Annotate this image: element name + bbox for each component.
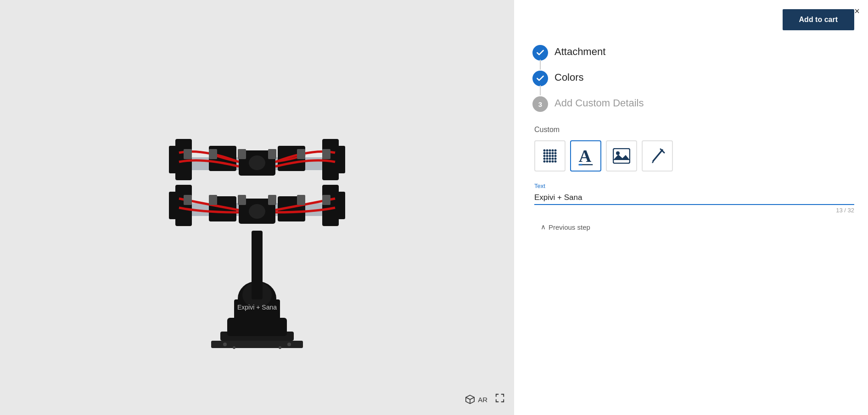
step-attachment[interactable]: Attachment xyxy=(532,44,854,70)
svg-rect-14 xyxy=(338,146,345,173)
svg-point-40 xyxy=(233,346,235,349)
config-panel: Add to cart Attachment Colors 3 xyxy=(514,0,868,415)
svg-line-72 xyxy=(653,150,662,161)
svg-rect-33 xyxy=(238,149,246,159)
svg-point-20 xyxy=(249,204,265,219)
svg-point-53 xyxy=(546,155,549,157)
svg-point-54 xyxy=(549,155,551,157)
step-number: 3 xyxy=(538,100,542,108)
image-panel: Expivi + Sana AR xyxy=(0,0,514,415)
svg-point-49 xyxy=(549,152,551,155)
svg-point-46 xyxy=(554,149,557,152)
text-tool-button[interactable]: A xyxy=(570,140,601,172)
svg-point-43 xyxy=(546,149,549,152)
svg-point-39 xyxy=(287,343,291,346)
svg-rect-16 xyxy=(338,192,345,219)
svg-point-65 xyxy=(552,160,554,163)
svg-rect-36 xyxy=(268,195,276,205)
svg-text:A: A xyxy=(579,146,592,166)
svg-point-41 xyxy=(279,346,281,349)
svg-point-66 xyxy=(554,160,557,163)
svg-point-18 xyxy=(249,155,265,170)
chevron-up-icon: ∧ xyxy=(541,223,546,231)
svg-point-47 xyxy=(543,152,546,155)
step-colors[interactable]: Colors xyxy=(532,70,854,95)
grid-tool-button[interactable] xyxy=(534,140,566,172)
add-to-cart-button[interactable]: Add to cart xyxy=(783,9,854,30)
step-custom-details-icon: 3 xyxy=(532,96,548,112)
svg-point-58 xyxy=(546,158,549,160)
robot-illustration: Expivi + Sana xyxy=(138,47,376,368)
svg-point-51 xyxy=(554,152,557,155)
svg-rect-34 xyxy=(268,149,276,159)
svg-rect-6 xyxy=(252,231,263,299)
svg-point-71 xyxy=(616,151,620,155)
svg-point-52 xyxy=(543,155,546,157)
svg-point-63 xyxy=(546,160,549,163)
ar-label: AR xyxy=(478,396,487,404)
svg-point-57 xyxy=(543,158,546,160)
text-input-label: Text xyxy=(534,183,854,189)
ar-cube-icon xyxy=(465,394,475,404)
image-controls: AR xyxy=(465,393,505,406)
svg-point-64 xyxy=(549,160,551,163)
step-attachment-icon xyxy=(532,45,548,61)
previous-step-label: Previous step xyxy=(549,223,590,231)
svg-rect-12 xyxy=(169,192,176,219)
svg-point-38 xyxy=(223,343,227,346)
text-input-section: Text 13 / 32 xyxy=(534,183,854,214)
ar-button[interactable]: AR xyxy=(465,394,487,404)
text-icon: A xyxy=(577,146,594,166)
char-count: 13 / 32 xyxy=(534,207,854,214)
text-input-field[interactable] xyxy=(534,191,854,205)
svg-rect-27 xyxy=(322,149,330,159)
svg-rect-29 xyxy=(209,149,217,159)
image-icon xyxy=(613,148,630,164)
svg-point-61 xyxy=(554,158,557,160)
svg-point-56 xyxy=(554,155,557,157)
svg-rect-35 xyxy=(238,195,246,205)
custom-section: Custom xyxy=(528,126,854,231)
robot-image-container: Expivi + Sana xyxy=(0,0,514,415)
svg-point-42 xyxy=(543,149,546,152)
svg-rect-10 xyxy=(169,146,176,173)
check-icon-colors xyxy=(536,74,545,83)
image-tool-button[interactable] xyxy=(606,140,637,172)
svg-point-62 xyxy=(543,160,546,163)
check-icon-attachment xyxy=(536,48,545,57)
svg-rect-15 xyxy=(322,185,339,226)
svg-point-60 xyxy=(552,158,554,160)
fullscreen-button[interactable] xyxy=(495,393,505,406)
grid-icon xyxy=(542,148,558,164)
step-custom-details[interactable]: 3 Add Custom Details xyxy=(532,95,854,121)
svg-rect-30 xyxy=(209,195,217,205)
step-colors-icon xyxy=(532,71,548,86)
svg-rect-11 xyxy=(175,185,192,226)
brush-tool-button[interactable] xyxy=(642,140,673,172)
svg-rect-70 xyxy=(613,149,630,163)
svg-point-45 xyxy=(552,149,554,152)
steps-container: Attachment Colors 3 Add Custom Details xyxy=(528,44,854,121)
step-attachment-label: Attachment xyxy=(554,44,605,58)
custom-tools: A xyxy=(534,140,854,172)
svg-point-44 xyxy=(549,149,551,152)
svg-point-48 xyxy=(546,152,549,155)
svg-point-55 xyxy=(552,155,554,157)
previous-step-button[interactable]: ∧ Previous step xyxy=(534,223,590,231)
svg-rect-25 xyxy=(184,149,192,159)
custom-section-label: Custom xyxy=(534,126,854,134)
svg-rect-26 xyxy=(184,195,192,205)
brush-icon xyxy=(650,148,665,164)
step-colors-label: Colors xyxy=(554,70,584,83)
step-custom-details-label: Add Custom Details xyxy=(554,95,644,109)
svg-rect-31 xyxy=(297,149,305,159)
svg-text:Expivi + Sana: Expivi + Sana xyxy=(237,304,277,311)
svg-rect-32 xyxy=(297,195,305,205)
svg-point-59 xyxy=(549,158,551,160)
svg-rect-28 xyxy=(322,195,330,205)
close-button[interactable]: × xyxy=(854,6,860,16)
svg-point-50 xyxy=(552,152,554,155)
fullscreen-icon xyxy=(495,393,505,403)
